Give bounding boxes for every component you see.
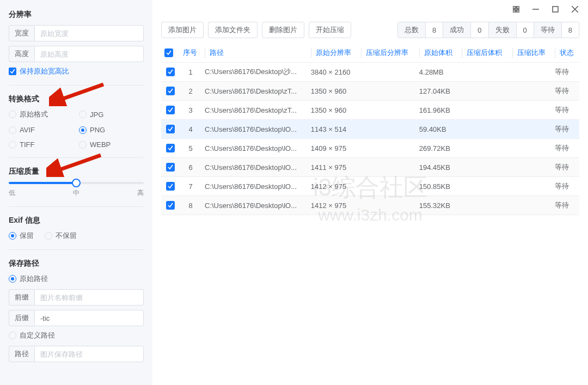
cell-compsize [458, 139, 509, 158]
cell-origres: 3840 × 2160 [308, 63, 358, 82]
maximize-icon[interactable] [551, 5, 560, 14]
suffix-input[interactable] [34, 310, 144, 326]
stat-wait-value: 8 [561, 22, 579, 38]
row-checkbox[interactable] [161, 139, 180, 158]
table-row[interactable]: 1 C:\Users\86176\Desktop\沙... 3840 × 216… [161, 63, 579, 82]
add-folder-button[interactable]: 添加文件夹 [208, 22, 258, 38]
prefix-input[interactable] [34, 289, 144, 305]
stat-fail-label: 失败 [488, 22, 516, 38]
column-index[interactable]: 序号 [180, 44, 201, 63]
format-label: 原始格式 [20, 109, 48, 119]
cell-origres: 1143 × 514 [308, 120, 358, 139]
table-row[interactable]: 3 C:\Users\86176\Desktop\zT... 1350 × 96… [161, 101, 579, 120]
format-radio-tiff[interactable]: TIFF [9, 140, 74, 149]
custom-path-label: 自定义路径 [20, 331, 55, 340]
cell-ratio [509, 82, 552, 101]
table-row[interactable]: 4 C:\Users\86176\Desktop\lO... 1143 × 51… [161, 120, 579, 139]
row-checkbox[interactable] [161, 177, 180, 196]
exif-radio-group: 保留 不保留 [9, 231, 144, 241]
cell-status: 等待 [552, 120, 579, 139]
add-image-button[interactable]: 添加图片 [161, 22, 204, 38]
slider-mid: 中 [73, 188, 79, 198]
cell-compsize [458, 120, 509, 139]
column-status[interactable]: 状态 [552, 44, 579, 63]
radio-icon [79, 141, 87, 149]
cell-path: C:\Users\86176\Desktop\lO... [201, 177, 308, 196]
resolution-title: 分辨率 [9, 10, 144, 20]
row-checkbox[interactable] [161, 120, 180, 139]
close-icon[interactable] [571, 5, 579, 14]
check-icon [166, 163, 175, 172]
prefix-label: 前缀 [9, 289, 34, 305]
table-row[interactable]: 2 C:\Users\86176\Desktop\zT... 1350 × 96… [161, 82, 579, 101]
radio-icon [79, 126, 87, 134]
delete-image-button[interactable]: 删除图片 [262, 22, 304, 38]
row-checkbox[interactable] [161, 82, 180, 101]
cell-origres: 1412 × 975 [308, 196, 358, 215]
keep-ratio-checkbox[interactable]: 保持原始宽高比 [9, 66, 144, 76]
cell-origres: 1350 × 960 [308, 82, 358, 101]
path-input[interactable] [34, 346, 144, 362]
column-compsize[interactable]: 压缩后体积 [458, 44, 509, 63]
exif-nokeep-radio[interactable]: 不保留 [45, 231, 77, 241]
check-icon [9, 68, 16, 75]
check-icon [166, 125, 175, 133]
radio-icon [45, 232, 52, 240]
format-radio-原始格式[interactable]: 原始格式 [9, 109, 74, 119]
format-radio-png[interactable]: PNG [79, 126, 144, 134]
divider [9, 85, 144, 85]
table-row[interactable]: 8 C:\Users\86176\Desktop\lO... 1412 × 97… [161, 196, 579, 215]
width-input[interactable] [34, 25, 144, 41]
table-row[interactable]: 6 C:\Users\86176\Desktop\lO... 1411 × 97… [161, 158, 579, 177]
column-origres[interactable]: 原始分辨率 [308, 44, 358, 63]
format-radio-group: 原始格式JPGAVIFPNGTIFFWEBP [9, 109, 144, 149]
format-title: 转换格式 [9, 94, 144, 104]
radio-icon [9, 275, 16, 283]
stat-total-value: 8 [425, 22, 443, 38]
original-path-label: 原始路径 [20, 274, 48, 284]
image-table-wrap: 序号 路径 原始分辨率 压缩后分辨率 原始体积 压缩后体积 压缩比率 状态 1 … [152, 44, 588, 385]
row-checkbox[interactable] [161, 158, 180, 177]
path-label: 路径 [9, 346, 34, 362]
divider [9, 206, 144, 207]
custom-path-radio[interactable]: 自定义路径 [9, 331, 144, 340]
svg-rect-5 [553, 7, 558, 12]
cell-ratio [509, 196, 552, 215]
slider-labels: 低 中 高 [9, 188, 144, 198]
start-compress-button[interactable]: 开始压缩 [309, 22, 351, 38]
slider-handle[interactable] [72, 179, 81, 187]
divider [9, 157, 144, 158]
stat-success-value: 0 [470, 22, 488, 38]
column-origsize[interactable]: 原始体积 [416, 44, 459, 63]
column-compres[interactable]: 压缩后分辨率 [358, 44, 416, 63]
height-input[interactable] [34, 46, 144, 62]
cell-origres: 1409 × 975 [308, 139, 358, 158]
minimize-icon[interactable] [531, 5, 540, 14]
original-path-radio[interactable]: 原始路径 [9, 274, 144, 284]
cell-compsize [458, 63, 509, 82]
check-icon [166, 87, 175, 95]
cell-origres: 1412 × 975 [308, 177, 358, 196]
quality-slider[interactable]: 低 中 高 [9, 182, 144, 198]
cell-origsize: 59.40KB [416, 120, 459, 139]
row-checkbox[interactable] [161, 63, 180, 82]
column-ratio[interactable]: 压缩比率 [509, 44, 552, 63]
table-row[interactable]: 5 C:\Users\86176\Desktop\lO... 1409 × 97… [161, 139, 579, 158]
radio-icon [9, 232, 16, 240]
cell-index: 3 [180, 101, 201, 120]
cell-compres [358, 82, 416, 101]
format-radio-webp[interactable]: WEBP [79, 140, 144, 149]
column-path[interactable]: 路径 [201, 44, 308, 63]
cell-compres [358, 120, 416, 139]
table-row[interactable]: 7 C:\Users\86176\Desktop\lO... 1412 × 97… [161, 177, 579, 196]
stats-bar: 总数 8 成功 0 失败 0 等待 8 [397, 22, 579, 38]
row-checkbox[interactable] [161, 196, 180, 215]
cell-status: 等待 [552, 82, 579, 101]
format-radio-avif[interactable]: AVIF [9, 126, 74, 134]
column-checkbox[interactable] [161, 44, 180, 63]
format-radio-jpg[interactable]: JPG [79, 109, 144, 119]
format-label: PNG [90, 126, 105, 134]
row-checkbox[interactable] [161, 101, 180, 120]
grid-icon[interactable] [512, 5, 520, 14]
exif-keep-radio[interactable]: 保留 [9, 231, 34, 241]
